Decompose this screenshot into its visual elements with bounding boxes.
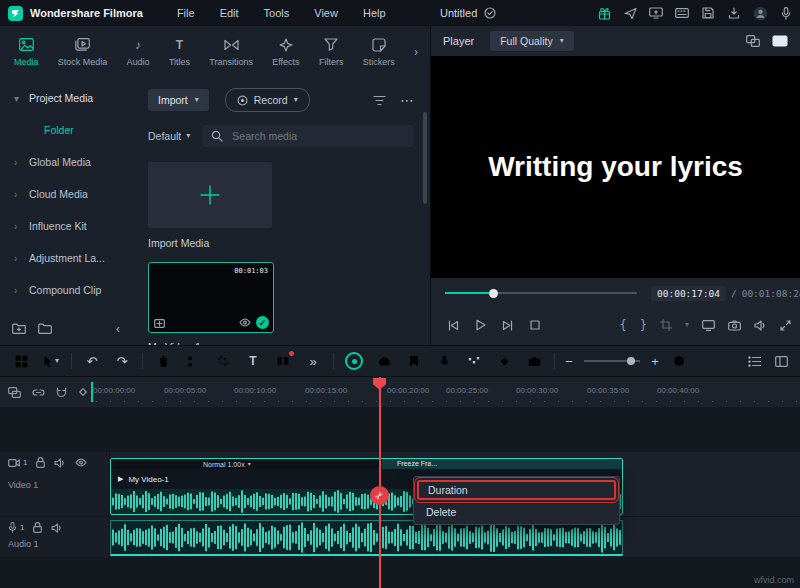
volume-button[interactable]: [754, 320, 767, 331]
context-menu-item-duration[interactable]: Duration: [417, 480, 616, 500]
lock-track-icon[interactable]: [36, 457, 45, 468]
sidebar-item-influence-kit[interactable]: › Influence Kit: [0, 210, 128, 242]
link-clips-icon[interactable]: [32, 389, 45, 396]
mask-tool-button[interactable]: [268, 346, 298, 376]
audio-mixer-button[interactable]: [459, 346, 489, 376]
zoom-slider-handle[interactable]: [627, 357, 635, 365]
tab-transitions[interactable]: Transitions: [209, 38, 253, 67]
snapshot-button[interactable]: [728, 320, 741, 331]
zoom-out-button[interactable]: −: [560, 346, 578, 376]
import-button[interactable]: Import ▾: [148, 89, 209, 111]
select-tool-button[interactable]: ▾: [36, 346, 66, 376]
tab-filters[interactable]: Filters: [319, 38, 344, 67]
sidebar-item-folder[interactable]: Folder: [0, 114, 128, 146]
export-frame-button[interactable]: [519, 346, 549, 376]
save-icon[interactable]: [700, 5, 716, 21]
sidebar-item-global-media[interactable]: › Global Media: [0, 146, 128, 178]
delete-button[interactable]: [148, 346, 178, 376]
quality-dropdown[interactable]: Full Quality ▾: [490, 31, 574, 51]
next-frame-button[interactable]: [502, 320, 514, 331]
menu-help[interactable]: Help: [363, 7, 386, 19]
timeline-zoom-slider[interactable]: [584, 360, 640, 362]
speech-to-text-button[interactable]: [339, 346, 369, 376]
keyboard-icon[interactable]: [674, 5, 690, 21]
snap-magnet-icon[interactable]: [56, 387, 67, 398]
import-media-tile[interactable]: [148, 162, 272, 228]
keyframe-diamond-icon[interactable]: [78, 387, 88, 397]
multi-view-icon[interactable]: [746, 35, 760, 47]
hide-track-icon[interactable]: [75, 458, 87, 467]
mark-in-button[interactable]: {: [620, 318, 627, 332]
manage-tracks-icon[interactable]: [8, 387, 21, 398]
redo-button[interactable]: ↷: [107, 346, 137, 376]
preview-card-icon[interactable]: [772, 35, 788, 47]
split-scissors-button[interactable]: [178, 346, 208, 376]
menu-tools[interactable]: Tools: [264, 7, 290, 19]
collapse-panel-button[interactable]: ‹: [116, 322, 120, 335]
crop-button[interactable]: [208, 346, 238, 376]
sort-dropdown[interactable]: Default ▾: [148, 130, 190, 142]
avatar[interactable]: [752, 5, 768, 21]
menu-file[interactable]: File: [177, 7, 195, 19]
keyframe-button[interactable]: [489, 346, 519, 376]
stop-button[interactable]: [530, 320, 540, 330]
text-tool-button[interactable]: T: [238, 346, 268, 376]
preview-eye-icon[interactable]: [239, 318, 251, 327]
voiceover-button[interactable]: [429, 346, 459, 376]
sidebar-item-adjustment-layer[interactable]: › Adjustment La...: [0, 242, 128, 274]
project-name[interactable]: Untitled: [440, 7, 477, 19]
more-tabs-chevron-icon[interactable]: ›: [414, 45, 418, 59]
folder-icon[interactable]: [38, 323, 52, 334]
more-options-icon[interactable]: ⋯: [400, 92, 414, 108]
more-tools-button[interactable]: »: [298, 346, 328, 376]
sidebar-item-compound-clip[interactable]: › Compound Clip: [0, 274, 128, 306]
mute-track-icon[interactable]: [51, 523, 63, 533]
timeline-layout-icon[interactable]: [775, 356, 788, 367]
send-icon[interactable]: [622, 5, 638, 21]
mute-track-icon[interactable]: [54, 458, 66, 468]
zoom-in-button[interactable]: +: [646, 346, 664, 376]
context-menu-item-delete[interactable]: Delete: [414, 502, 619, 522]
mark-out-button[interactable]: }: [640, 318, 647, 332]
tab-effects[interactable]: Effects: [272, 38, 299, 67]
seek-bar-handle[interactable]: [489, 289, 498, 298]
scrollbar[interactable]: [423, 112, 427, 204]
new-folder-icon[interactable]: [12, 323, 26, 334]
menu-edit[interactable]: Edit: [220, 7, 239, 19]
zoom-to-fit-button[interactable]: [664, 346, 694, 376]
fullscreen-button[interactable]: [780, 320, 791, 331]
display-mode-button[interactable]: [702, 320, 715, 331]
tab-audio[interactable]: ♪ Audio: [127, 38, 150, 67]
tab-stock-media[interactable]: Stock Media: [58, 38, 108, 67]
menu-view[interactable]: View: [314, 7, 338, 19]
search-input[interactable]: [230, 129, 405, 143]
record-button[interactable]: Record ▾: [225, 88, 310, 112]
playhead-split-badge[interactable]: ✂: [370, 486, 389, 505]
screen-share-icon[interactable]: [648, 5, 664, 21]
play-button[interactable]: [475, 319, 486, 331]
microphone-icon[interactable]: [778, 5, 794, 21]
lock-track-icon[interactable]: [33, 522, 42, 533]
panel-layout-button[interactable]: [6, 346, 36, 376]
undo-button[interactable]: ↶: [77, 346, 107, 376]
gift-icon[interactable]: [596, 5, 612, 21]
media-clip-thumbnail[interactable]: 00:01:03 ✓: [148, 262, 274, 333]
video-preview[interactable]: Writting your lyrics: [431, 56, 800, 278]
audio-clip[interactable]: [110, 520, 623, 556]
sidebar-item-cloud-media[interactable]: › Cloud Media: [0, 178, 128, 210]
previous-frame-button[interactable]: [447, 320, 459, 331]
export-icon[interactable]: [726, 5, 742, 21]
speed-button[interactable]: [369, 346, 399, 376]
tab-titles[interactable]: T Titles: [169, 38, 190, 67]
tab-media[interactable]: Media: [14, 38, 39, 67]
playhead-line[interactable]: [379, 377, 381, 588]
sidebar-item-project-media[interactable]: ▾ Project Media: [0, 82, 128, 114]
tab-stickers[interactable]: Stickers: [363, 38, 395, 67]
chevron-down-icon[interactable]: ▾: [685, 321, 689, 329]
timeline-tracks[interactable]: 1 Video 1 1 Audio 1: [0, 407, 800, 588]
marker-button[interactable]: [399, 346, 429, 376]
track-manager-icon[interactable]: [748, 356, 761, 367]
timeline-ruler[interactable]: 00:00:00:00 00:00:05:00 00:00:10:00 00:0…: [0, 377, 800, 407]
seek-bar[interactable]: [445, 292, 637, 294]
filter-icon[interactable]: [373, 95, 386, 106]
